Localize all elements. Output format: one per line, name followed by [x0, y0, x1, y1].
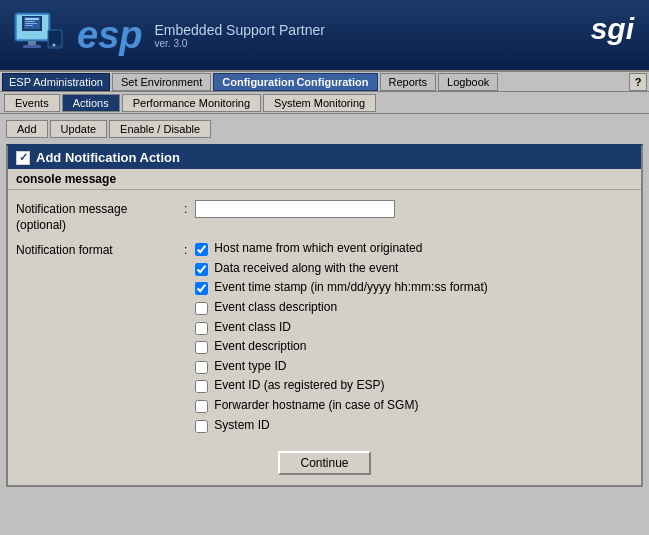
header-subtitle: Embedded Support Partner — [154, 22, 324, 38]
form-header: ✓ Add Notification Action — [8, 146, 641, 169]
checkbox-item-timestamp: Event time stamp (in mm/dd/yyyy hh:mm:ss… — [195, 280, 487, 296]
checkbox-label-class-id: Event class ID — [214, 320, 291, 336]
svg-rect-11 — [49, 31, 61, 45]
checkbox-item-hostname: Host name from which event originated — [195, 241, 487, 257]
nav-perf-mon[interactable]: Performance Monitoring — [122, 94, 261, 112]
nav-sys-mon[interactable]: System Monitoring — [263, 94, 376, 112]
nav-reports[interactable]: Reports — [380, 73, 437, 91]
sgi-logo: sgi — [591, 12, 634, 46]
notification-message-input[interactable] — [195, 200, 395, 218]
btn-enable-disable[interactable]: Enable / Disable — [109, 120, 211, 138]
svg-point-12 — [53, 43, 56, 46]
checkbox-class-id[interactable] — [195, 322, 208, 335]
colon1: : — [184, 200, 187, 216]
checkbox-forwarder[interactable] — [195, 400, 208, 413]
header-info: Embedded Support Partner ver. 3.0 — [154, 22, 324, 49]
checkbox-item-class-id: Event class ID — [195, 320, 487, 336]
checkbox-item-data-received: Data received along with the event — [195, 261, 487, 277]
nav-bar-second: Events Actions Performance Monitoring Sy… — [0, 92, 649, 114]
continue-button[interactable]: Continue — [278, 451, 370, 475]
checkbox-item-event-id: Event ID (as registered by ESP) — [195, 378, 487, 394]
form-title: Add Notification Action — [36, 150, 180, 165]
nav-events[interactable]: Events — [4, 94, 60, 112]
svg-rect-5 — [25, 21, 35, 22]
checkbox-label-event-id: Event ID (as registered by ESP) — [214, 378, 384, 394]
checkbox-event-desc[interactable] — [195, 341, 208, 354]
nav-bar-top: ESP Administration Set Environment Confi… — [0, 70, 649, 92]
checkbox-data-received[interactable] — [195, 263, 208, 276]
checkbox-label-data-received: Data received along with the event — [214, 261, 398, 277]
checkbox-label-type-id: Event type ID — [214, 359, 286, 375]
nav-actions[interactable]: Actions — [62, 94, 120, 112]
header-version: ver. 3.0 — [154, 38, 324, 49]
svg-rect-4 — [25, 18, 39, 20]
esp-logo-text: esp — [77, 16, 142, 54]
notification-message-row: Notification message (optional) : — [16, 200, 633, 233]
checkbox-item-type-id: Event type ID — [195, 359, 487, 375]
continue-row: Continue — [16, 451, 633, 475]
btn-add[interactable]: Add — [6, 120, 48, 138]
form-header-checkbox[interactable]: ✓ — [16, 151, 30, 165]
svg-rect-8 — [28, 41, 36, 45]
checkbox-label-timestamp: Event time stamp (in mm/dd/yyyy hh:mm:ss… — [214, 280, 487, 296]
checkbox-label-system-id: System ID — [214, 418, 269, 434]
nav-set-env[interactable]: Set Environment — [112, 73, 211, 91]
checkbox-hostname[interactable] — [195, 243, 208, 256]
checkbox-item-system-id: System ID — [195, 418, 487, 434]
svg-rect-6 — [25, 23, 37, 24]
notification-format-label: Notification format — [16, 241, 176, 259]
checkbox-event-id[interactable] — [195, 380, 208, 393]
checkbox-item-event-desc: Event description — [195, 339, 487, 355]
header-title-area: esp — [77, 16, 142, 54]
main-content: Add Update Enable / Disable ✓ Add Notifi… — [0, 114, 649, 535]
checkbox-label-event-desc: Event description — [214, 339, 306, 355]
form-panel: ✓ Add Notification Action console messag… — [6, 144, 643, 487]
checkbox-list: Host name from which event originatedDat… — [195, 241, 487, 433]
app-header: esp Embedded Support Partner ver. 3.0 sg… — [0, 0, 649, 70]
checkbox-label-hostname: Host name from which event originated — [214, 241, 422, 257]
checkbox-item-forwarder: Forwarder hostname (in case of SGM) — [195, 398, 487, 414]
colon2: : — [184, 241, 187, 257]
svg-rect-9 — [23, 45, 41, 48]
form-body: Notification message (optional) : Notifi… — [8, 190, 641, 485]
logo-area: esp Embedded Support Partner ver. 3.0 — [10, 8, 325, 63]
checkbox-label-class-desc: Event class description — [214, 300, 337, 316]
checkbox-timestamp[interactable] — [195, 282, 208, 295]
nav-logbook[interactable]: Logbook — [438, 73, 498, 91]
svg-rect-7 — [25, 25, 33, 26]
nav-esp-admin[interactable]: ESP Administration — [2, 73, 110, 91]
checkbox-type-id[interactable] — [195, 361, 208, 374]
checkbox-class-desc[interactable] — [195, 302, 208, 315]
notification-format-row: Notification format : Host name from whi… — [16, 241, 633, 433]
form-subheader: console message — [8, 169, 641, 190]
help-button[interactable]: ? — [629, 73, 647, 91]
btn-update[interactable]: Update — [50, 120, 107, 138]
nav-bar-third: Add Update Enable / Disable — [6, 120, 643, 138]
checkbox-label-forwarder: Forwarder hostname (in case of SGM) — [214, 398, 418, 414]
computer-icon — [10, 8, 65, 63]
notification-message-label: Notification message (optional) — [16, 200, 176, 233]
checkbox-system-id[interactable] — [195, 420, 208, 433]
checkbox-item-class-desc: Event class description — [195, 300, 487, 316]
nav-configuration[interactable]: Configuration Configuration — [213, 73, 377, 91]
